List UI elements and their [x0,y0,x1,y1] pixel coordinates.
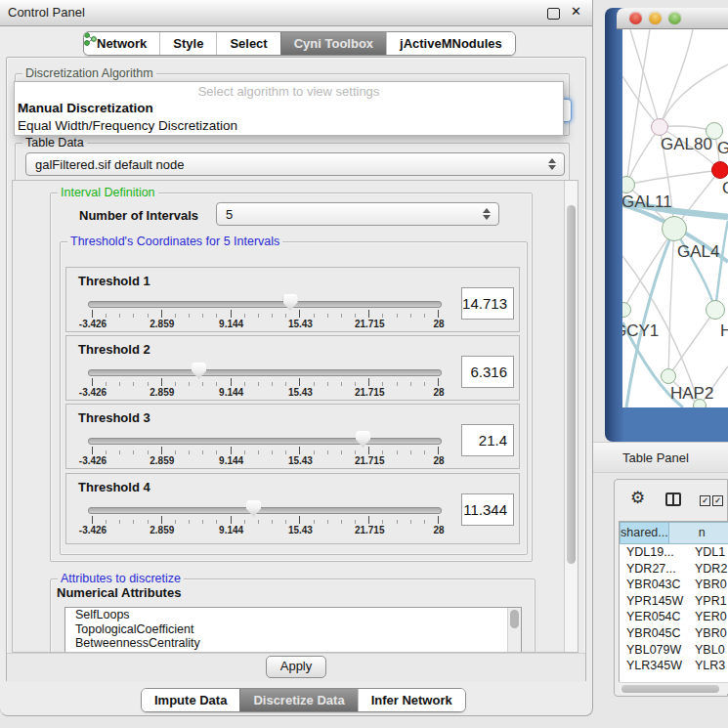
tick-label: -3.426 [79,319,107,329]
slider-ticks [92,310,440,318]
tab-discretize-data[interactable]: Discretize Data [239,689,357,711]
table-panel-titlebar: Table Panel [593,442,728,473]
cell-name[interactable]: YBR0 [691,578,727,594]
slider-ticks [92,516,440,524]
table-row[interactable]: YDL19...YDL1 [620,545,728,562]
threshold-value-field[interactable]: 11.344 [461,493,514,526]
tab-network[interactable]: Network [84,32,159,55]
threshold-slider-track[interactable] [88,507,442,514]
gear-icon[interactable]: ⚙ [630,490,645,506]
tab-discretize-data-label: Discretize Data [253,693,344,707]
network-node-hap2[interactable] [661,368,676,384]
threshold-slider-thumb[interactable] [356,431,370,448]
cell-name[interactable]: YDR2 [691,562,727,578]
node-label: GAL11 [622,193,672,212]
threshold-slider-track[interactable] [88,369,442,376]
table-row[interactable]: YDR27...YDR2 [620,562,728,578]
tick-label: 9.144 [219,455,243,466]
cell-shared-name[interactable]: YBR045C [620,626,691,643]
cell-shared-name[interactable]: YLR345W [620,659,691,670]
columns-icon[interactable] [665,492,681,506]
column-header-name[interactable]: n [669,522,728,544]
tab-cyni-toolbox[interactable]: Cyni Toolbox [280,32,386,55]
cell-name[interactable]: YPR1 [691,594,727,611]
tab-jactivemnodules-label: jActiveMNodules [400,36,502,51]
threshold-panel: Threshold 3-3.4262.8599.14415.4321.71528… [65,404,520,469]
tab-impute-data[interactable]: Impute Data [142,689,239,711]
scrollbar-thumb[interactable] [567,205,576,564]
float-window-icon[interactable] [547,8,560,20]
threshold-slider-track[interactable] [88,438,442,445]
tab-select[interactable]: Select [216,32,279,55]
network-node-h[interactable] [706,300,725,320]
table-horizontal-scrollbar[interactable] [620,682,728,694]
threshold-label: Threshold 2 [78,342,150,357]
tick-label: 28 [433,319,444,329]
numerical-attributes-list[interactable]: SelfLoopsTopologicalCoefficientBetweenne… [64,607,522,653]
network-node-gal4[interactable] [662,216,687,241]
cell-name[interactable]: YBR0 [691,626,727,643]
network-canvas[interactable]: GAL80GACGAL11GAL4GCY1HHAP2 [622,29,728,407]
threshold-label: Threshold 3 [78,410,150,425]
table-data-group-title: Table Data [22,136,87,150]
column-header-shared-name[interactable]: shared... [620,522,669,544]
table-row[interactable]: YBR045CYBR0 [620,626,728,643]
attribute-list-item[interactable]: BetweennessCentrality [65,636,521,651]
zoom-traffic-light-icon[interactable] [668,12,681,24]
table-row[interactable]: YBR043CYBR0 [620,578,728,594]
tick-label: 15.43 [288,525,313,535]
attribute-list-item[interactable]: TopologicalCoefficient [65,622,521,637]
slider-tick-labels: -3.4262.8599.14415.4321.71528 [93,387,439,398]
cell-shared-name[interactable]: YER054C [620,610,691,626]
checkbox-icon[interactable]: ✓ [700,495,710,506]
table-panel-title: Table Panel [622,450,689,465]
table-row[interactable]: YER054CYER0 [620,610,728,626]
tick-label: 9.144 [219,387,243,398]
tab-infer-network[interactable]: Infer Network [358,689,465,711]
table-row[interactable]: YBL079WYBL0 [620,643,728,660]
cell-name[interactable]: YER0 [691,610,727,626]
attributes-list-scrollbar[interactable] [507,608,521,653]
tick-label: -3.426 [79,525,107,535]
cell-shared-name[interactable]: YPR145W [620,594,691,611]
cell-shared-name[interactable]: YBR043C [620,578,691,594]
table-header-row: shared... n [620,522,728,544]
tab-jactivemnodules[interactable]: jActiveMNodules [386,32,515,55]
slider-ticks [92,447,440,454]
close-traffic-light-icon[interactable] [629,12,642,24]
main-vertical-scrollbar[interactable] [564,181,578,652]
number-of-intervals-combobox[interactable]: 5 [216,202,499,226]
minimize-traffic-light-icon[interactable] [649,12,662,24]
apply-button[interactable]: Apply [266,656,326,678]
threshold-value-field[interactable]: 21.4 [461,424,514,456]
cell-name[interactable]: YBL0 [691,643,725,660]
scrollbar-thumb[interactable] [621,685,719,693]
network-node-gal80[interactable] [651,118,668,136]
network-node-ga[interactable] [706,122,723,140]
network-node-c[interactable] [711,161,728,179]
table-data-combobox[interactable]: galFiltered.sif default node [25,152,565,176]
threshold-slider-thumb[interactable] [283,294,298,311]
cell-shared-name[interactable]: YDR27... [620,562,691,578]
checkbox-icon[interactable]: ✓ [712,495,723,506]
cell-shared-name[interactable]: YDL19... [620,545,691,562]
threshold-slider-track[interactable] [88,301,442,308]
tick-label: 2.859 [150,319,174,329]
table-row[interactable]: YLR345WYLR3 [620,659,728,670]
tab-style[interactable]: Style [159,32,216,55]
threshold-slider-thumb[interactable] [246,500,261,517]
threshold-slider-thumb[interactable] [192,363,206,379]
attribute-list-item[interactable]: SelfLoops [65,608,521,622]
table-row[interactable]: YPR145WYPR1 [620,594,728,611]
network-node[interactable] [693,399,707,407]
dropdown-option-manual-discretization[interactable]: Manual Discretization [15,101,563,118]
cell-name[interactable]: YLR3 [691,659,725,670]
cell-shared-name[interactable]: YBL079W [620,643,691,660]
cell-name[interactable]: YDL1 [691,545,725,562]
close-icon[interactable]: ✕ [571,4,581,19]
threshold-value-field[interactable]: 14.713 [461,287,514,320]
threshold-value-field[interactable]: 6.316 [461,356,514,388]
combo-arrows-icon [548,158,556,170]
dropdown-option-equal-width-frequency[interactable]: Equal Width/Frequency Discretization [15,118,563,136]
tab-network-label: Network [97,36,147,51]
